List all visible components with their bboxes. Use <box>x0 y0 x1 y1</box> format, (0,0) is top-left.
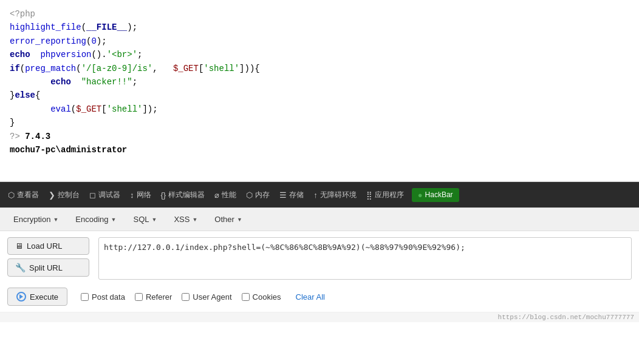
url-input[interactable] <box>98 237 632 280</box>
load-url-icon: 🖥 <box>15 241 23 251</box>
encoding-label: Encoding <box>75 215 108 224</box>
hackbar-panel: Encryption ▼ Encoding ▼ SQL ▼ XSS ▼ Othe… <box>0 207 639 322</box>
inspector-label: 查看器 <box>17 190 39 200</box>
other-label: Other <box>214 215 234 224</box>
split-url-label: Split URL <box>29 263 63 272</box>
xss-arrow: ▼ <box>192 217 197 223</box>
execute-icon <box>16 292 26 302</box>
menu-xss[interactable]: XSS ▼ <box>166 212 205 226</box>
inspector-icon: ⬡ <box>8 190 15 200</box>
network-label: 网络 <box>137 190 151 200</box>
a11y-label: 无障碍环境 <box>320 190 357 200</box>
memory-label: 内存 <box>255 190 270 200</box>
sql-label: SQL <box>133 215 149 224</box>
memory-icon: ⬡ <box>246 190 253 200</box>
storage-label: 存储 <box>289 190 304 200</box>
console-icon: ❯ <box>49 190 55 200</box>
perf-label: 性能 <box>222 190 236 200</box>
user-agent-label: User Agent <box>193 292 231 302</box>
style-label: 样式编辑器 <box>168 190 205 200</box>
post-data-checkbox-label[interactable]: Post data <box>81 292 125 302</box>
encryption-label: Encryption <box>13 215 50 224</box>
toolbar-inspector[interactable]: ⬡ 查看器 <box>4 187 43 203</box>
menu-encoding[interactable]: Encoding ▼ <box>68 212 123 226</box>
cookies-checkbox-label[interactable]: Cookies <box>242 292 281 302</box>
split-url-icon: 🔧 <box>15 263 26 272</box>
execute-row: Execute Post data Referer User Agent C <box>7 288 632 306</box>
referer-label: Referer <box>146 292 172 302</box>
code-display: <?php highlight_file(__FILE__); error_re… <box>0 0 639 182</box>
menu-sql[interactable]: SQL ▼ <box>126 212 164 226</box>
debugger-label: 调试器 <box>98 190 120 200</box>
menu-other[interactable]: Other ▼ <box>207 212 249 226</box>
menu-encryption[interactable]: Encryption ▼ <box>6 212 66 226</box>
toolbar-hackbar[interactable]: ● HackBar <box>412 188 459 202</box>
style-icon: {} <box>161 190 166 200</box>
load-url-button[interactable]: 🖥 Load URL <box>7 237 89 255</box>
storage-icon: ☰ <box>279 190 287 200</box>
toolbar-memory[interactable]: ⬡ 内存 <box>242 187 274 203</box>
console-label: 控制台 <box>58 190 80 200</box>
network-icon: ↕ <box>130 190 134 200</box>
encoding-arrow: ▼ <box>111 217 117 223</box>
cookies-label: Cookies <box>253 292 281 302</box>
toolbar-console[interactable]: ❯ 控制台 <box>44 187 84 203</box>
toolbar-style-editor[interactable]: {} 样式编辑器 <box>157 187 210 203</box>
execute-label: Execute <box>30 292 58 302</box>
post-data-checkbox[interactable] <box>81 293 89 301</box>
dev-toolbar: ⬡ 查看器 ❯ 控制台 ◻ 调试器 ↕ 网络 {} 样式编辑器 ⌀ 性能 ⬡ 内… <box>0 182 639 207</box>
other-arrow: ▼ <box>237 217 242 223</box>
sql-arrow: ▼ <box>152 217 157 223</box>
post-data-label: Post data <box>92 292 125 302</box>
url-input-area <box>98 237 632 283</box>
load-url-label: Load URL <box>27 241 63 251</box>
xss-label: XSS <box>174 215 190 224</box>
toolbar-debugger[interactable]: ◻ 调试器 <box>85 187 125 203</box>
user-agent-checkbox-label[interactable]: User Agent <box>182 292 231 302</box>
toolbar-network[interactable]: ↕ 网络 <box>126 187 155 203</box>
a11y-icon: ↑ <box>313 190 318 200</box>
toolbar-storage[interactable]: ☰ 存储 <box>275 187 308 203</box>
checkboxes-row: Post data Referer User Agent Cookies Cle… <box>81 292 325 302</box>
toolbar-accessibility[interactable]: ↑ 无障碍环境 <box>309 187 361 203</box>
execute-button[interactable]: Execute <box>7 288 67 306</box>
url-row: 🖥 Load URL 🔧 Split URL <box>7 237 632 283</box>
encryption-arrow: ▼ <box>53 217 58 223</box>
app-icon: ⣿ <box>366 190 372 200</box>
hackbar-icon: ● <box>418 190 423 200</box>
perf-icon: ⌀ <box>214 190 219 200</box>
split-url-button[interactable]: 🔧 Split URL <box>7 258 89 277</box>
hackbar-label: HackBar <box>425 190 453 199</box>
referer-checkbox-label[interactable]: Referer <box>135 292 172 302</box>
hackbar-menu: Encryption ▼ Encoding ▼ SQL ▼ XSS ▼ Othe… <box>0 208 639 231</box>
app-label: 应用程序 <box>375 190 404 200</box>
clear-all-button[interactable]: Clear All <box>296 292 325 302</box>
toolbar-application[interactable]: ⣿ 应用程序 <box>362 187 408 203</box>
cookies-checkbox[interactable] <box>242 293 250 301</box>
debugger-icon: ◻ <box>89 190 96 200</box>
hackbar-body: 🖥 Load URL 🔧 Split URL Execute <box>0 231 639 312</box>
referer-checkbox[interactable] <box>135 293 143 301</box>
toolbar-performance[interactable]: ⌀ 性能 <box>210 187 241 203</box>
user-agent-checkbox[interactable] <box>182 293 190 301</box>
watermark: https://blog.csdn.net/mochu7777777 <box>0 312 639 322</box>
left-buttons: 🖥 Load URL 🔧 Split URL <box>7 237 92 277</box>
